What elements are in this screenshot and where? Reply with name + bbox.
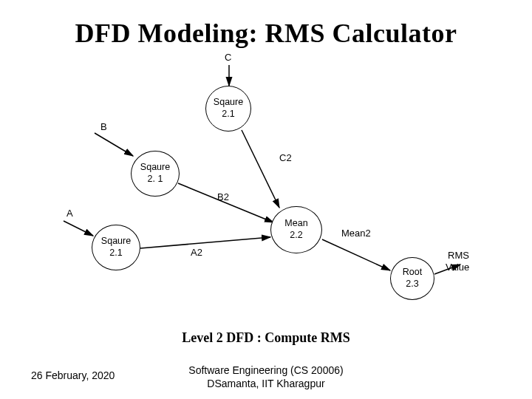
node-label: Root <box>403 267 422 279</box>
label-a2: A2 <box>191 247 202 258</box>
svg-line-3 <box>178 183 273 222</box>
node-label: Sqaure <box>140 162 170 174</box>
process-square-top: Sqaure 2.1 <box>205 86 251 132</box>
footer-course-line1: Software Engineering (CS 20006) <box>0 364 532 378</box>
svg-line-2 <box>95 133 133 156</box>
label-c: C <box>225 52 231 63</box>
node-id: 2.1 <box>222 109 234 120</box>
label-rms: RMS <box>448 250 469 261</box>
dfd-diagram: Sqaure 2.1 Sqaure 2. 1 Sqaure 2.1 Mean 2… <box>58 56 488 315</box>
svg-line-4 <box>64 221 93 236</box>
svg-line-6 <box>322 239 390 270</box>
process-square-mid: Sqaure 2. 1 <box>131 151 180 197</box>
process-root: Root 2.3 <box>390 257 434 300</box>
node-id: 2.2 <box>290 230 302 242</box>
process-square-bottom: Sqaure 2.1 <box>92 225 140 270</box>
page-title: DFD Modeling: RMS Calculator <box>0 0 532 49</box>
label-value: Value <box>446 262 469 273</box>
label-b: B <box>100 121 107 132</box>
node-label: Mean <box>284 218 307 230</box>
node-id: 2.3 <box>406 279 418 290</box>
node-id: 2.1 <box>109 248 122 259</box>
label-c2: C2 <box>279 152 292 163</box>
node-id: 2. 1 <box>148 174 163 185</box>
process-mean: Mean 2.2 <box>270 206 322 253</box>
svg-line-5 <box>140 237 270 248</box>
diagram-caption: Level 2 DFD : Compute RMS <box>0 330 532 346</box>
node-label: Sqaure <box>214 97 243 109</box>
svg-line-1 <box>242 130 279 208</box>
label-b2: B2 <box>217 191 229 202</box>
node-label: Sqaure <box>101 236 131 248</box>
label-a: A <box>66 208 73 219</box>
footer-course: Software Engineering (CS 20006) DSamanta… <box>0 364 532 390</box>
label-mean2: Mean2 <box>341 228 371 239</box>
footer-course-line2: DSamanta, IIT Kharagpur <box>0 378 532 391</box>
